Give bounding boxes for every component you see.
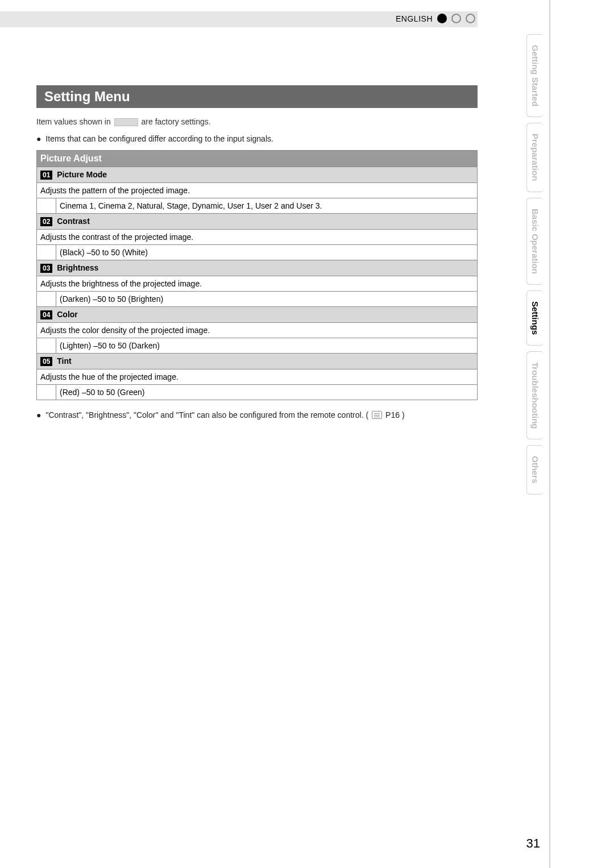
settings-table: Picture Adjust 01 Picture Mode Adjusts t… — [36, 150, 478, 400]
lang-dot-icon — [466, 14, 475, 23]
row-desc: Adjusts the brightness of the projected … — [37, 276, 478, 292]
item-number: 03 — [40, 264, 52, 273]
tab-others[interactable]: Others — [526, 445, 544, 494]
intro-signal-text: Items that can be configured differ acco… — [45, 134, 273, 143]
intro-factory-note: Item values shown in are factory setting… — [36, 117, 478, 126]
section-picture-adjust: Picture Adjust — [37, 151, 478, 167]
row-contrast: 02 Contrast — [37, 214, 478, 230]
tab-getting-started[interactable]: Getting Started — [526, 34, 544, 117]
row-range: (Black) –50 to 50 (White) — [56, 245, 478, 260]
page-edge-line — [549, 0, 550, 868]
tab-settings[interactable]: Settings — [526, 290, 544, 346]
item-name: Color — [57, 310, 78, 319]
pad-cell — [37, 385, 56, 400]
row-tint: 05 Tint — [37, 354, 478, 369]
item-number: 05 — [40, 357, 52, 366]
content-area: Setting Menu Item values shown in are fa… — [36, 85, 478, 420]
item-name: Contrast — [57, 217, 90, 226]
tab-preparation[interactable]: Preparation — [526, 123, 544, 192]
row-desc: Adjusts the hue of the projected image. — [37, 369, 478, 385]
pad-cell — [37, 292, 56, 307]
item-number: 04 — [40, 310, 52, 319]
intro-text-a: Item values shown in — [36, 117, 113, 126]
tab-basic-operation[interactable]: Basic Operation — [526, 198, 544, 285]
page-number: 31 — [526, 836, 540, 851]
pad-cell — [37, 338, 56, 354]
language-indicator: ENGLISH — [396, 14, 475, 23]
row-range: Cinema 1, Cinema 2, Natural, Stage, Dyna… — [56, 198, 478, 214]
page-title: Setting Menu — [36, 85, 478, 108]
item-name: Picture Mode — [57, 170, 107, 179]
page-reference-icon — [372, 411, 382, 419]
language-label: ENGLISH — [396, 14, 433, 23]
side-tabs: Getting Started Preparation Basic Operat… — [526, 34, 547, 500]
intro-text-b: are factory settings. — [142, 117, 211, 126]
row-desc: Adjusts the pattern of the projected ima… — [37, 183, 478, 198]
lang-dot-active-icon — [437, 14, 447, 23]
factory-swatch-icon — [114, 118, 138, 126]
bullet-icon: ● — [36, 410, 41, 420]
row-desc: Adjusts the color density of the project… — [37, 323, 478, 338]
pad-cell — [37, 198, 56, 214]
row-range: (Lighten) –50 to 50 (Darken) — [56, 338, 478, 354]
tab-troubleshooting[interactable]: Troubleshooting — [526, 351, 544, 440]
intro-signal-note: ● Items that can be configured differ ac… — [36, 134, 478, 143]
bullet-icon: ● — [36, 134, 41, 143]
row-desc: Adjusts the contrast of the projected im… — [37, 230, 478, 245]
item-name: Tint — [57, 356, 71, 366]
row-picture-mode: 01 Picture Mode — [37, 167, 478, 183]
lang-dot-icon — [451, 14, 461, 23]
row-range: (Darken) –50 to 50 (Brighten) — [56, 292, 478, 307]
footnote-text-b: ) — [402, 410, 405, 420]
item-number: 01 — [40, 171, 52, 180]
pad-cell — [37, 245, 56, 260]
item-name: Brightness — [57, 263, 98, 272]
item-number: 02 — [40, 217, 52, 226]
row-range: (Red) –50 to 50 (Green) — [56, 385, 478, 400]
footnote: ● "Contrast", "Brightness", "Color" and … — [36, 410, 478, 420]
row-color: 04 Color — [37, 307, 478, 323]
footnote-ref: P16 — [385, 410, 400, 420]
row-brightness: 03 Brightness — [37, 260, 478, 276]
footnote-text-a: "Contrast", "Brightness", "Color" and "T… — [45, 410, 368, 420]
